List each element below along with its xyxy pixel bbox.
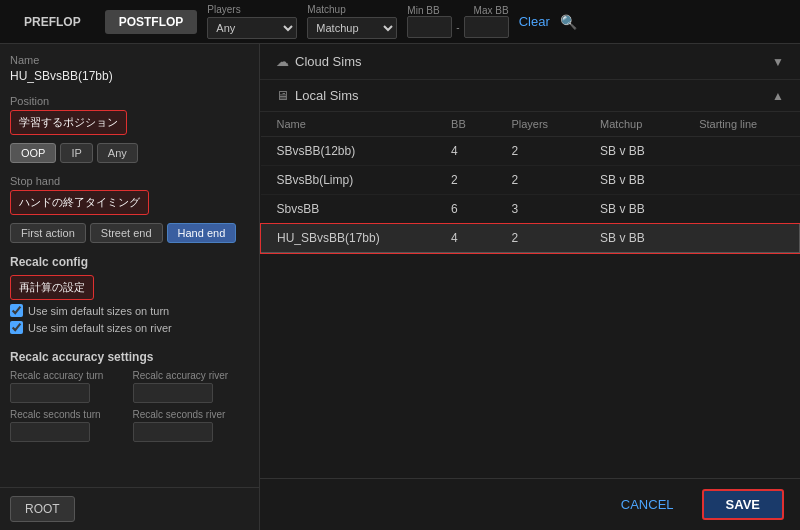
cell-players: 2 <box>495 224 584 253</box>
cell-starting <box>683 224 799 253</box>
stop-hand-btn[interactable]: Hand end <box>167 223 237 243</box>
minbb-input[interactable]: 0 <box>407 16 452 38</box>
minmax-group: 0 - 0 <box>407 16 508 38</box>
local-sims-section: 🖥 Local Sims ▲ Name BB Players Matchup S… <box>260 80 800 478</box>
cell-starting <box>683 195 799 224</box>
local-sims-label: Local Sims <box>295 88 359 103</box>
cloud-sims-label: Cloud Sims <box>295 54 361 69</box>
recalc-check2-label: Use sim default sizes on river <box>28 322 172 334</box>
cell-players: 3 <box>495 195 584 224</box>
root-button[interactable]: ROOT <box>10 496 75 522</box>
chevron-up-icon: ▲ <box>772 89 784 103</box>
table-row[interactable]: SBvsBb(Limp)22SB v BB <box>261 166 800 195</box>
left-panel: Name HU_SBvsBB(17bb) Position 学習するポジション … <box>0 44 260 530</box>
accuracy-river-label: Recalc accuracy river <box>133 370 250 381</box>
stop-first-btn[interactable]: First action <box>10 223 86 243</box>
cell-players: 2 <box>495 137 584 166</box>
position-ip-btn[interactable]: IP <box>60 143 92 163</box>
table-row[interactable]: SbvsBB63SB v BB <box>261 195 800 224</box>
table-row[interactable]: SBvsBB(12bb)42SB v BB <box>261 137 800 166</box>
cell-name: SbvsBB <box>261 195 436 224</box>
stop-hand-section: Stop hand ハンドの終了タイミング First action Stree… <box>10 175 249 243</box>
seconds-turn-field: Recalc seconds turn 60 <box>10 409 127 442</box>
cloud-icon: ☁ <box>276 54 289 69</box>
recalc-title: Recalc config <box>10 255 249 269</box>
seconds-turn-input[interactable]: 60 <box>10 422 90 442</box>
accuracy-grid: Recalc accuracy turn 0.5 Recalc accuracy… <box>10 370 249 442</box>
cell-matchup: SB v BB <box>584 166 683 195</box>
stop-annotation: ハンドの終了タイミング <box>10 190 149 215</box>
cell-name: HU_SBvsBB(17bb) <box>261 224 436 253</box>
seconds-turn-label: Recalc seconds turn <box>10 409 127 420</box>
seconds-river-label: Recalc seconds river <box>133 409 250 420</box>
monitor-icon: 🖥 <box>276 88 289 103</box>
accuracy-river-input[interactable]: 0.2 <box>133 383 213 403</box>
postflop-tab[interactable]: POSTFLOP <box>105 10 198 34</box>
bottom-left: ROOT <box>0 487 259 530</box>
players-label: Players <box>207 4 297 15</box>
matchup-group: Matchup Matchup <box>307 4 397 39</box>
col-bb: BB <box>435 112 495 137</box>
name-value: HU_SBvsBB(17bb) <box>10 69 249 83</box>
cell-bb: 2 <box>435 166 495 195</box>
cell-starting <box>683 166 799 195</box>
accuracy-turn-input[interactable]: 0.5 <box>10 383 90 403</box>
recalc-check2-input[interactable] <box>10 321 23 334</box>
accuracy-river-field: Recalc accuracy river 0.2 <box>133 370 250 403</box>
cell-bb: 4 <box>435 137 495 166</box>
sim-table: Name BB Players Matchup Starting line SB… <box>260 112 800 478</box>
local-sims-header: 🖥 Local Sims ▲ <box>260 80 800 112</box>
maxbb-input[interactable]: 0 <box>464 16 509 38</box>
position-oop-btn[interactable]: OOP <box>10 143 56 163</box>
dash-separator: - <box>456 22 459 33</box>
recalc-check1-row: Use sim default sizes on turn <box>10 304 249 317</box>
position-buttons: OOP IP Any <box>10 143 249 163</box>
cell-bb: 4 <box>435 224 495 253</box>
position-any-btn[interactable]: Any <box>97 143 138 163</box>
search-icon: 🔍 <box>560 14 577 30</box>
bottom-bar: CANCEL SAVE <box>260 478 800 530</box>
stop-buttons: First action Street end Hand end <box>10 223 249 243</box>
right-panel: ☁ Cloud Sims ▼ 🖥 Local Sims ▲ Name <box>260 44 800 530</box>
maxbb-label: Max BB <box>474 5 509 16</box>
cell-players: 2 <box>495 166 584 195</box>
left-content: Name HU_SBvsBB(17bb) Position 学習するポジション … <box>0 44 259 487</box>
position-section: Position 学習するポジション OOP IP Any <box>10 95 249 163</box>
recalc-section: Recalc config 再計算の設定 Use sim default siz… <box>10 255 249 338</box>
players-select[interactable]: Any 2 3 <box>207 17 297 39</box>
recalc-check1-input[interactable] <box>10 304 23 317</box>
matchup-label: Matchup <box>307 4 397 15</box>
recalc-check2-row: Use sim default sizes on river <box>10 321 249 334</box>
col-matchup: Matchup <box>584 112 683 137</box>
chevron-down-icon: ▼ <box>772 55 784 69</box>
accuracy-turn-field: Recalc accuracy turn 0.5 <box>10 370 127 403</box>
recalc-check1-label: Use sim default sizes on turn <box>28 305 169 317</box>
save-button[interactable]: SAVE <box>702 489 784 520</box>
players-group: Players Any 2 3 <box>207 4 297 39</box>
search-button[interactable]: 🔍 <box>560 14 577 30</box>
cell-name: SBvsBB(12bb) <box>261 137 436 166</box>
bb-range-group: Min BB Max BB 0 - 0 <box>407 5 508 38</box>
recalc-annotation: 再計算の設定 <box>10 275 94 300</box>
matchup-select[interactable]: Matchup <box>307 17 397 39</box>
table-header-row: Name BB Players Matchup Starting line <box>261 112 800 137</box>
cell-name: SBvsBb(Limp) <box>261 166 436 195</box>
sim-table-body: SBvsBB(12bb)42SB v BBSBvsBb(Limp)22SB v … <box>261 137 800 253</box>
cell-matchup: SB v BB <box>584 224 683 253</box>
cancel-button[interactable]: CANCEL <box>603 491 692 518</box>
preflop-tab[interactable]: PREFLOP <box>10 10 95 34</box>
name-section: Name HU_SBvsBB(17bb) <box>10 54 249 83</box>
table-row[interactable]: HU_SBvsBB(17bb)42SB v BB <box>261 224 800 253</box>
stop-street-btn[interactable]: Street end <box>90 223 163 243</box>
sims-table: Name BB Players Matchup Starting line SB… <box>260 112 800 253</box>
main-layout: Name HU_SBvsBB(17bb) Position 学習するポジション … <box>0 44 800 530</box>
col-name: Name <box>261 112 436 137</box>
accuracy-title: Recalc accuracy settings <box>10 350 249 364</box>
position-label: Position <box>10 95 249 107</box>
cloud-sims-title: ☁ Cloud Sims <box>276 54 361 69</box>
cell-starting <box>683 137 799 166</box>
accuracy-section: Recalc accuracy settings Recalc accuracy… <box>10 350 249 442</box>
cell-bb: 6 <box>435 195 495 224</box>
seconds-river-input[interactable]: 20 <box>133 422 213 442</box>
clear-button[interactable]: Clear <box>519 14 550 29</box>
